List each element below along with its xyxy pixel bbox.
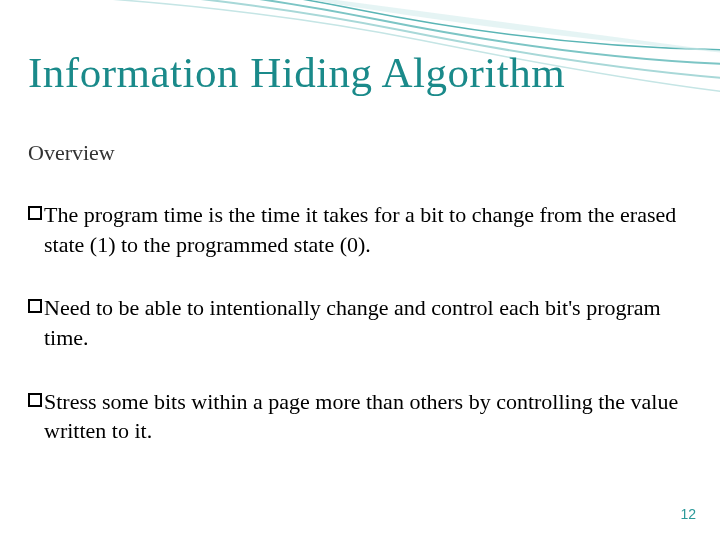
bullet-item: Need to be able to intentionally change … [28, 293, 680, 352]
bullet-item: The program time is the time it takes fo… [28, 200, 680, 259]
square-bullet-icon [28, 206, 42, 220]
bullet-list: The program time is the time it takes fo… [28, 200, 680, 480]
bullet-item: Stress some bits within a page more than… [28, 387, 680, 446]
square-bullet-icon [28, 299, 42, 313]
bullet-text: Stress some bits within a page more than… [44, 387, 680, 446]
bullet-text: The program time is the time it takes fo… [44, 200, 680, 259]
slide-title: Information Hiding Algorithm [28, 48, 565, 97]
bullet-text: Need to be able to intentionally change … [44, 293, 680, 352]
square-bullet-icon [28, 393, 42, 407]
page-number: 12 [680, 506, 696, 522]
slide-subtitle: Overview [28, 140, 115, 166]
